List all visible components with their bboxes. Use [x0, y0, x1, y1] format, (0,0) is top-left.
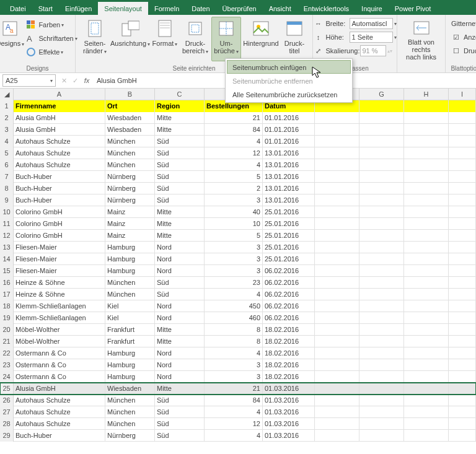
cell[interactable]: Nürnberg	[105, 194, 155, 206]
enter-icon[interactable]: ✓	[69, 77, 81, 85]
cell[interactable]: Süd	[155, 136, 205, 147]
cell[interactable]	[449, 406, 476, 418]
cell[interactable]: Mitte	[155, 383, 205, 395]
col-head-A[interactable]: A	[14, 89, 105, 100]
cell[interactable]	[359, 206, 404, 218]
cell[interactable]: Mainz	[105, 206, 155, 218]
cell[interactable]: Hamburg	[105, 347, 155, 359]
data-row[interactable]: 27Autohaus SchulzeMünchenSüd401.03.2016	[0, 406, 476, 418]
cell[interactable]	[359, 242, 404, 253]
cell[interactable]: 01.01.2016	[263, 136, 315, 147]
tab-start[interactable]: Start	[32, 2, 59, 15]
cell[interactable]	[404, 430, 449, 442]
cell[interactable]	[359, 218, 404, 230]
cell[interactable]	[449, 300, 476, 312]
cell[interactable]: Nord	[155, 253, 205, 265]
cell[interactable]	[315, 324, 359, 336]
tab-überprüfen[interactable]: Überprüfen	[216, 2, 263, 15]
cell[interactable]	[359, 395, 404, 406]
cell[interactable]	[315, 371, 359, 383]
cell[interactable]: Autohaus Schulze	[14, 136, 105, 147]
cell[interactable]	[359, 289, 404, 300]
cell[interactable]: München	[105, 147, 155, 159]
col-head-G[interactable]: G	[359, 89, 404, 100]
row-head[interactable]: 12	[0, 230, 14, 242]
btn-printarea[interactable]: Druck- bereich▾	[180, 17, 210, 61]
cell[interactable]	[404, 300, 449, 312]
cell[interactable]	[359, 277, 404, 289]
cell[interactable]: 01.03.2016	[263, 383, 315, 395]
data-row[interactable]: 15Fliesen-MaierHamburgNord306.02.2016	[0, 265, 476, 277]
cell[interactable]	[404, 395, 449, 406]
cell[interactable]: Nord	[155, 371, 205, 383]
cell[interactable]	[404, 136, 449, 147]
cell[interactable]: 84	[205, 124, 263, 136]
cell[interactable]: Nord	[155, 359, 205, 371]
cell[interactable]: Süd	[155, 406, 205, 418]
cell[interactable]: Buch-Huber	[14, 430, 105, 442]
cell[interactable]: Ort	[105, 100, 155, 112]
cell[interactable]: 25.01.2016	[263, 253, 315, 265]
cell[interactable]: Hamburg	[105, 265, 155, 277]
cell[interactable]: 10	[205, 218, 263, 230]
cancel-icon[interactable]: ✕	[58, 77, 69, 85]
cell[interactable]: Süd	[155, 289, 205, 300]
chk-view[interactable]: ☑Anzeig	[449, 30, 476, 44]
data-row[interactable]: 10Colorino GmbHMainzMitte4025.01.2016	[0, 206, 476, 218]
cell[interactable]	[359, 418, 404, 430]
data-row[interactable]: 21Möbel-WoltherFrankfurtMitte818.02.2016	[0, 336, 476, 347]
col-head-I[interactable]: I	[449, 89, 476, 100]
cell[interactable]	[315, 253, 359, 265]
cell[interactable]	[404, 206, 449, 218]
cell[interactable]	[315, 312, 359, 324]
cell[interactable]	[359, 112, 404, 124]
cell[interactable]: Firmenname	[14, 100, 105, 112]
cell[interactable]	[449, 395, 476, 406]
cell[interactable]: München	[105, 136, 155, 147]
cell[interactable]	[359, 100, 404, 112]
name-box[interactable]: A25▾	[2, 74, 56, 87]
tab-power pivot[interactable]: Power Pivot	[389, 2, 438, 15]
cell[interactable]	[404, 100, 449, 112]
cell[interactable]: Möbel-Wolther	[14, 336, 105, 347]
row-head[interactable]: 6	[0, 159, 14, 171]
row-head[interactable]: 22	[0, 347, 14, 359]
cell[interactable]	[359, 336, 404, 347]
cell[interactable]: Region	[155, 100, 205, 112]
cell[interactable]: Hamburg	[105, 371, 155, 383]
cell[interactable]	[359, 347, 404, 359]
cell[interactable]: Buch-Huber	[14, 183, 105, 194]
cell[interactable]: Ostermann & Co	[14, 359, 105, 371]
data-row[interactable]: 24Ostermann & CoHamburgNord318.02.2016	[0, 371, 476, 383]
cell[interactable]: 3	[205, 371, 263, 383]
row-head[interactable]: 5	[0, 147, 14, 159]
cell[interactable]	[359, 265, 404, 277]
cell[interactable]: 12	[205, 418, 263, 430]
cell[interactable]	[315, 418, 359, 430]
cell[interactable]: 450	[205, 300, 263, 312]
field-width[interactable]: Automatiscl	[350, 18, 393, 29]
cell[interactable]: 5	[205, 171, 263, 183]
tab-seitenlayout[interactable]: Seitenlayout	[98, 2, 148, 15]
cell[interactable]: 4	[205, 347, 263, 359]
cell[interactable]: 21	[205, 383, 263, 395]
cell[interactable]	[449, 371, 476, 383]
data-row[interactable]: 8Buch-HuberNürnbergSüd213.01.2016	[0, 183, 476, 194]
data-row[interactable]: 4Autohaus SchulzeMünchenSüd401.01.2016	[0, 136, 476, 147]
cell[interactable]: Mitte	[155, 230, 205, 242]
cell[interactable]: 3	[205, 359, 263, 371]
cell[interactable]: 06.02.2016	[263, 289, 315, 300]
cell[interactable]	[315, 347, 359, 359]
cell[interactable]: Autohaus Schulze	[14, 418, 105, 430]
btn-orientation[interactable]: Ausrichtung▾	[111, 17, 149, 61]
row-head[interactable]: 20	[0, 324, 14, 336]
cell[interactable]	[449, 312, 476, 324]
cell[interactable]: 25.01.2016	[263, 230, 315, 242]
row-head[interactable]: 19	[0, 312, 14, 324]
cell[interactable]: 13.01.2016	[263, 147, 315, 159]
cell[interactable]	[315, 206, 359, 218]
row-head[interactable]: 11	[0, 218, 14, 230]
cell[interactable]: 06.02.2016	[263, 265, 315, 277]
cell[interactable]: Süd	[155, 183, 205, 194]
cell[interactable]: 3	[205, 253, 263, 265]
